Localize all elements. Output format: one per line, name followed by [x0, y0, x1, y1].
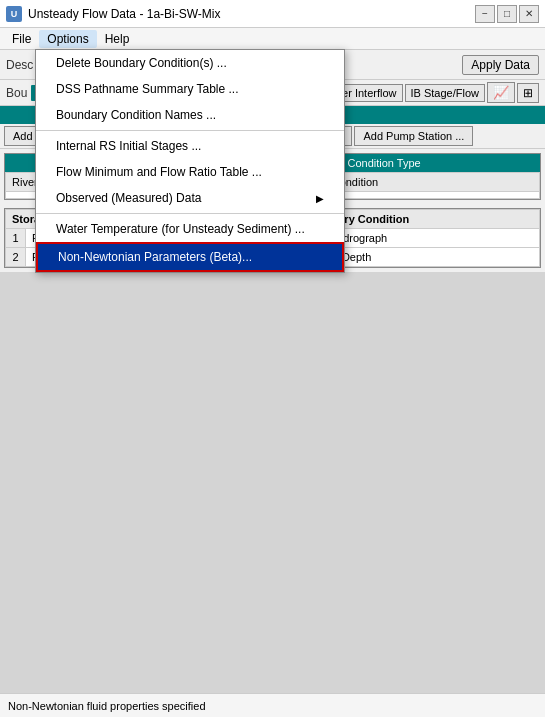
desc-label: Desc — [6, 58, 33, 72]
menu-bar: File Options Help — [0, 28, 545, 50]
chart-icon-button[interactable]: 📈 — [487, 82, 515, 103]
ib-stage-button[interactable]: IB Stage/Flow — [405, 84, 485, 102]
content-area — [0, 272, 545, 693]
menu-item-delete-bc[interactable]: Delete Boundary Condition(s) ... — [36, 50, 344, 76]
menu-item-dss-pathname[interactable]: DSS Pathname Summary Table ... — [36, 76, 344, 102]
menu-item-flow-min[interactable]: Flow Minimum and Flow Ratio Table ... — [36, 159, 344, 185]
options-dropdown-menu: Delete Boundary Condition(s) ...DSS Path… — [35, 49, 345, 273]
menu-separator — [36, 130, 344, 131]
status-message: Non-Newtonian fluid properties specified — [8, 700, 206, 712]
maximize-button[interactable]: □ — [497, 5, 517, 23]
title-bar: U Unsteady Flow Data - 1a-Bi-SW-Mix − □ … — [0, 0, 545, 28]
table-icon-button[interactable]: ⊞ — [517, 83, 539, 103]
minimize-button[interactable]: − — [475, 5, 495, 23]
menu-item-water-temp[interactable]: Water Temperature (for Unsteady Sediment… — [36, 216, 344, 242]
boundary-label: Bou — [6, 86, 27, 100]
menu-item-observed-data[interactable]: Observed (Measured) Data▶ — [36, 185, 344, 211]
row-number: 2 — [6, 248, 26, 267]
window-controls: − □ ✕ — [475, 5, 539, 23]
menu-item-label: Non-Newtonian Parameters (Beta)... — [58, 250, 252, 264]
menu-item-label: Internal RS Initial Stages ... — [56, 139, 201, 153]
window-title: Unsteady Flow Data - 1a-Bi-SW-Mix — [28, 7, 221, 21]
add-pump-button[interactable]: Add Pump Station ... — [354, 126, 473, 146]
menu-item-label: Boundary Condition Names ... — [56, 108, 216, 122]
close-button[interactable]: ✕ — [519, 5, 539, 23]
menu-separator — [36, 213, 344, 214]
menu-item-label: Flow Minimum and Flow Ratio Table ... — [56, 165, 262, 179]
row-number: 1 — [6, 229, 26, 248]
menu-item-internal-rs[interactable]: Internal RS Initial Stages ... — [36, 133, 344, 159]
menu-help[interactable]: Help — [97, 30, 138, 48]
menu-file[interactable]: File — [4, 30, 39, 48]
menu-item-label: DSS Pathname Summary Table ... — [56, 82, 239, 96]
menu-item-bc-names[interactable]: Boundary Condition Names ... — [36, 102, 344, 128]
menu-item-label: Observed (Measured) Data — [56, 191, 201, 205]
menu-options[interactable]: Options — [39, 30, 96, 48]
app-icon: U — [6, 6, 22, 22]
menu-item-non-newtonian[interactable]: Non-Newtonian Parameters (Beta)... — [36, 242, 344, 272]
status-bar: Non-Newtonian fluid properties specified — [0, 693, 545, 717]
apply-data-button[interactable]: Apply Data — [462, 55, 539, 75]
submenu-arrow: ▶ — [316, 193, 324, 204]
menu-item-label: Delete Boundary Condition(s) ... — [56, 56, 227, 70]
menu-item-label: Water Temperature (for Unsteady Sediment… — [56, 222, 305, 236]
